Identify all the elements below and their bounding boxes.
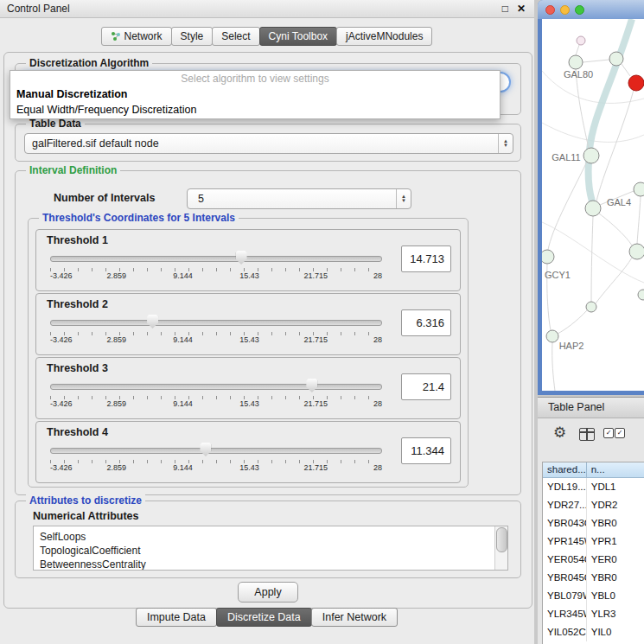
network-node[interactable] — [609, 52, 623, 66]
apply-button[interactable]: Apply — [238, 582, 298, 603]
table-cell[interactable]: YDL19... — [543, 478, 587, 496]
threshold-4-slider[interactable] — [50, 443, 382, 458]
table-data-combobox[interactable]: galFiltered.sif default node ▲ ▼ — [24, 133, 513, 154]
node-label-hap2: HAP2 — [559, 341, 584, 351]
network-edges-faint[interactable] — [542, 71, 644, 283]
gear-icon[interactable]: ⚙ — [553, 424, 566, 442]
number-of-intervals-combobox[interactable]: 5 ▲ ▼ — [187, 188, 411, 209]
table-row[interactable]: YPR145W YPR1 — [543, 532, 644, 551]
network-node[interactable] — [629, 244, 644, 259]
list-item[interactable]: BetweennessCentrality — [34, 558, 507, 571]
column-header-name[interactable]: n... — [587, 462, 644, 478]
threshold-3-slider[interactable] — [50, 379, 382, 394]
slider-thumb[interactable] — [200, 443, 211, 456]
select-all-checkbox-icon[interactable]: ✓ — [603, 428, 614, 438]
node-attribute-table[interactable]: shared... n... YDL19... YDL1 YDR27... YD… — [542, 462, 644, 644]
columns-icon[interactable] — [579, 428, 595, 441]
slider-track[interactable] — [50, 320, 382, 326]
threshold-3-value-field[interactable]: 21.4 — [401, 373, 451, 400]
network-nodes[interactable] — [542, 36, 644, 342]
table-cell[interactable]: YIL052C — [543, 623, 587, 641]
tab-style[interactable]: Style — [171, 27, 214, 46]
combo-stepper-icon[interactable]: ▲ ▼ — [396, 189, 411, 208]
list-item[interactable]: SelfLoops — [34, 530, 507, 544]
network-node-gcy1[interactable] — [542, 250, 554, 264]
network-node[interactable] — [638, 290, 644, 300]
table-cell[interactable]: YBR0 — [587, 514, 644, 532]
threshold-2-slider[interactable] — [50, 315, 382, 330]
table-cell[interactable]: YLR345W — [543, 605, 587, 623]
table-cell[interactable]: YDR2 — [587, 496, 644, 514]
table-header-row: shared... n... — [543, 462, 644, 478]
slider-track[interactable] — [50, 448, 382, 454]
slider-thumb[interactable] — [147, 315, 158, 328]
table-row[interactable]: YLR345W YLR3 — [543, 605, 644, 623]
slider-thumb[interactable] — [306, 379, 317, 392]
network-edges[interactable] — [547, 45, 641, 391]
network-node-gal4[interactable] — [585, 201, 601, 216]
table-cell[interactable]: YER0 — [587, 551, 644, 569]
close-button[interactable] — [545, 5, 555, 15]
table-cell[interactable]: YBR043C — [543, 514, 587, 532]
table-row[interactable]: YER054C YER0 — [543, 551, 644, 569]
numerical-attributes-list[interactable]: SelfLoops TopologicalCoefficient Between… — [33, 526, 508, 571]
table-cell[interactable]: YBR045C — [543, 569, 587, 587]
tab-impute-data[interactable]: Impute Data — [136, 608, 217, 627]
table-cell[interactable]: YPR1 — [587, 532, 644, 551]
tab-infer-network[interactable]: Infer Network — [311, 608, 398, 627]
table-cell[interactable]: YIL0 — [587, 623, 644, 641]
table-cell[interactable]: YBL0 — [587, 587, 644, 605]
float-window-icon[interactable]: □ — [502, 3, 508, 15]
combo-stepper-icon[interactable]: ▲ ▼ — [498, 134, 513, 153]
table-cell[interactable]: YER054C — [543, 551, 587, 569]
network-node[interactable] — [586, 302, 596, 312]
column-header-shared-name[interactable]: shared... — [543, 462, 587, 478]
network-canvas[interactable]: GAL80 GAL11 GAL4 GCY1 HAP2 — [542, 19, 644, 391]
tab-cyni-toolbox[interactable]: Cyni Toolbox — [259, 27, 337, 46]
group-title: Discretization Algorithm — [26, 57, 152, 69]
table-cell[interactable]: YPR145W — [543, 532, 587, 551]
threshold-2-value-field[interactable]: 6.316 — [401, 309, 451, 336]
table-row[interactable]: YBL079W YBL0 — [543, 587, 644, 605]
scrollbar-thumb[interactable] — [496, 527, 507, 552]
tab-discretize-data[interactable]: Discretize Data — [216, 608, 312, 627]
table-row[interactable]: YDL19... YDL1 — [543, 478, 644, 496]
network-node-gal11[interactable] — [583, 148, 599, 163]
scale-label: 15.43 — [239, 399, 259, 408]
network-node[interactable] — [634, 182, 644, 196]
table-cell[interactable]: YBL079W — [543, 587, 587, 605]
table-cell[interactable]: YBR0 — [587, 569, 644, 587]
tab-jactivemnodules[interactable]: jActiveMNodules — [336, 27, 432, 46]
network-window-titlebar[interactable] — [538, 0, 644, 19]
network-node-selected-red[interactable] — [628, 75, 644, 91]
threshold-1-value-field[interactable]: 14.713 — [401, 245, 451, 272]
threshold-4-value-field[interactable]: 11.344 — [401, 437, 451, 464]
slider-track[interactable] — [50, 384, 382, 390]
minimize-button[interactable] — [560, 5, 570, 15]
network-node-hap2[interactable] — [546, 330, 558, 342]
list-scrollbar[interactable] — [494, 526, 507, 570]
table-cell[interactable]: YDR27... — [543, 496, 587, 514]
network-node-gal80[interactable] — [569, 55, 583, 69]
zoom-button[interactable] — [575, 5, 584, 15]
slider-thumb[interactable] — [236, 251, 247, 265]
table-row[interactable]: YIL052C YIL0 — [543, 623, 644, 641]
threshold-label: Threshold 4 — [47, 426, 108, 438]
slider-track[interactable] — [50, 256, 382, 262]
tab-network[interactable]: Network — [101, 27, 172, 46]
network-edge-highlighted[interactable] — [589, 19, 632, 201]
network-node[interactable] — [577, 36, 585, 45]
tab-select[interactable]: Select — [212, 27, 259, 46]
list-item[interactable]: TopologicalCoefficient — [34, 544, 507, 558]
scale-label: 28 — [373, 399, 382, 408]
table-row[interactable]: YBR045C YBR0 — [543, 569, 644, 587]
select-none-checkbox-icon[interactable]: ✓ — [615, 428, 625, 438]
table-cell[interactable]: YDL1 — [587, 478, 644, 496]
table-row[interactable]: YBR043C YBR0 — [543, 514, 644, 532]
threshold-1-slider[interactable] — [50, 251, 382, 266]
table-row[interactable]: YDR27... YDR2 — [543, 496, 644, 514]
dropdown-option-manual-discretization[interactable]: Manual Discretization — [10, 86, 500, 102]
table-cell[interactable]: YLR3 — [587, 605, 644, 623]
close-window-icon[interactable]: ✕ — [517, 3, 526, 15]
dropdown-option-equal-width-frequency[interactable]: Equal Width/Frequency Discretization — [10, 102, 500, 118]
